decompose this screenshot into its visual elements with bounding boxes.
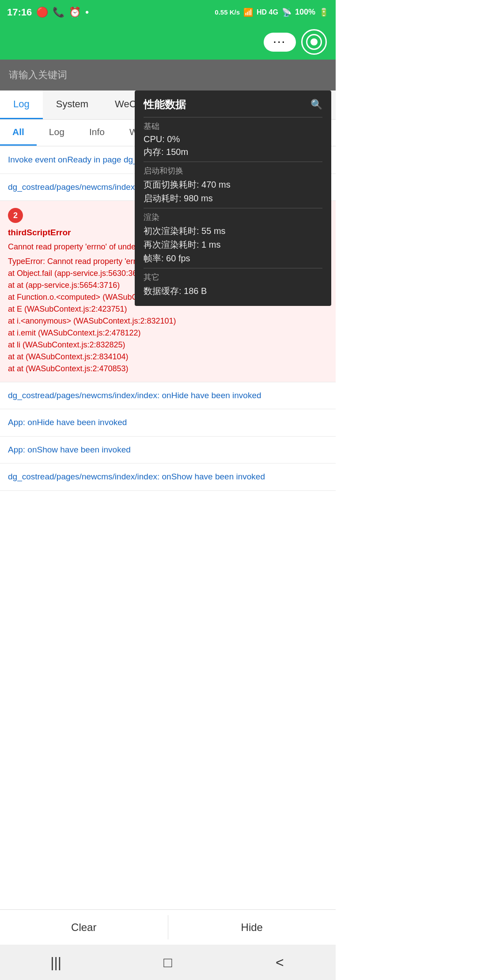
record-button[interactable] (301, 29, 327, 55)
performance-panel: 性能数据 🔍 基础 CPU: 0% 内存: 150m 启动和切换 页面切换耗时:… (135, 90, 331, 306)
tab-log[interactable]: Log (0, 90, 43, 119)
log-entry-5: App: onHide have been invoked (0, 409, 336, 437)
perf-first-render: 初次渲染耗时: 55 ms (144, 225, 322, 237)
perf-section-other: 其它 (144, 272, 322, 283)
alarm-icon: ⏰ (69, 7, 81, 18)
status-left: 17:16 🔴 📞 ⏰ • (7, 7, 89, 18)
error-badge: 2 (8, 208, 23, 223)
perf-startup-time: 启动耗时: 980 ms (144, 192, 322, 204)
tab-system[interactable]: System (43, 90, 102, 119)
perf-section-startup: 启动和切换 (144, 166, 322, 176)
subtab-info[interactable]: Info (77, 120, 117, 146)
status-right: 0.55 K/s 📶 HD 4G 📡 100% 🔋 (215, 8, 329, 17)
log-entry-7: dg_costread/pages/newcms/index/index: on… (0, 464, 336, 491)
network-type: HD 4G (257, 8, 278, 16)
perf-data-cache: 数据缓存: 186 B (144, 285, 322, 297)
perf-re-render: 再次渲染耗时: 1 ms (144, 239, 322, 251)
perf-page-switch: 页面切换耗时: 470 ms (144, 179, 322, 191)
battery-percent: 100% (295, 8, 315, 17)
search-bar (0, 60, 336, 90)
time-display: 17:16 (7, 7, 32, 18)
perf-cpu: CPU: 0% (144, 134, 322, 144)
subtab-log[interactable]: Log (37, 120, 77, 146)
status-bar: 17:16 🔴 📞 ⏰ • 0.55 K/s 📶 HD 4G 📡 100% 🔋 (0, 0, 336, 24)
subtab-all[interactable]: All (0, 120, 37, 146)
avatar-icon: 🔴 (36, 7, 48, 18)
perf-title-bar: 性能数据 🔍 (144, 98, 322, 112)
wifi-icon: 📶 (243, 8, 253, 17)
perf-fps: 帧率: 60 fps (144, 253, 322, 264)
call-icon: 📞 (53, 7, 64, 18)
perf-section-render: 渲染 (144, 212, 322, 222)
perf-title-text: 性能数据 (144, 98, 186, 112)
log-entry-6: App: onShow have been invoked (0, 437, 336, 464)
dot-indicator: • (85, 7, 89, 18)
search-input[interactable] (9, 69, 327, 81)
record-dot (310, 38, 318, 45)
perf-section-basic: 基础 (144, 121, 322, 132)
record-inner (306, 34, 322, 50)
battery-icon: 🔋 (319, 8, 329, 17)
perf-memory: 内存: 150m (144, 146, 322, 158)
perf-search-icon[interactable]: 🔍 (310, 99, 322, 110)
network-speed: 0.55 K/s (215, 8, 240, 16)
log-entry-4: dg_costread/pages/newcms/index/index: on… (0, 382, 336, 410)
more-dots: ··· (273, 37, 286, 47)
top-action-bar: ··· (0, 24, 336, 60)
signal-icon: 📡 (282, 8, 292, 17)
more-button[interactable]: ··· (264, 33, 296, 52)
